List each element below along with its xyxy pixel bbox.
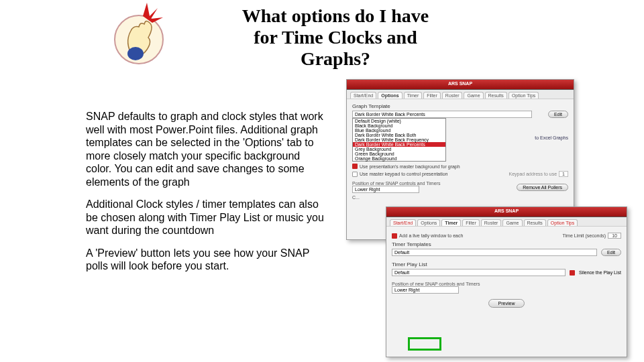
- page-title: What options do I have for Time Clocks a…: [228, 5, 443, 70]
- preview-button[interactable]: Preview: [488, 299, 525, 308]
- edit-button[interactable]: Edit: [548, 111, 568, 118]
- list-item[interactable]: Orange Background: [353, 156, 445, 161]
- edit-button[interactable]: Edit: [601, 249, 621, 256]
- window-title: ARS SNAP: [448, 81, 472, 86]
- list-item[interactable]: Default Design (white): [353, 119, 445, 123]
- position-label: Position of new SNAP controls and Timers: [352, 181, 440, 186]
- master-keypad-checkbox[interactable]: [352, 172, 358, 177]
- position-label: Position of new SNAP controls and Timers: [392, 282, 621, 286]
- timelimit-label: Time Limit (seconds): [563, 233, 606, 238]
- tab-roster[interactable]: Roster: [481, 219, 502, 226]
- use-master-bg-checkbox[interactable]: [352, 164, 358, 169]
- tab-optiontips[interactable]: Option Tips: [508, 92, 539, 99]
- paragraph-3: A 'Preview' button lets you see how your…: [86, 247, 327, 273]
- tab-startend[interactable]: Start/End: [350, 92, 376, 99]
- live-tally-label: Add a live tally window to each: [399, 233, 463, 238]
- window-title: ARS SNAP: [494, 208, 519, 213]
- tab-optiontips[interactable]: Option Tips: [547, 219, 578, 226]
- keypad-address-field[interactable]: 1: [559, 171, 568, 177]
- list-item[interactable]: Dark Border White Back Both: [353, 133, 445, 137]
- paragraph-2: Additional Clock styles / timer template…: [86, 198, 327, 237]
- tab-timer[interactable]: Timer: [441, 219, 461, 226]
- list-item[interactable]: Black Background: [353, 123, 445, 128]
- keypad-address-label: Keypad address to use: [508, 172, 557, 176]
- list-item[interactable]: Green Background: [353, 152, 445, 156]
- export-excel-link[interactable]: to Excel Graphs: [535, 135, 568, 140]
- timer-window: ARS SNAP Start/End Options Timer Filter …: [386, 206, 627, 357]
- highlight-box: [408, 337, 441, 351]
- tab-options[interactable]: Options: [417, 219, 440, 226]
- tab-results[interactable]: Results: [524, 219, 546, 226]
- tab-options[interactable]: Options: [378, 92, 402, 99]
- remove-pollers-button[interactable]: Remove All Pollers: [517, 184, 568, 191]
- tab-results[interactable]: Results: [485, 92, 507, 99]
- timer-template-combo[interactable]: Default: [392, 249, 597, 256]
- tab-game[interactable]: Game: [502, 219, 522, 226]
- list-item[interactable]: Blue Background: [353, 128, 445, 133]
- use-master-bg-label: Use presentation's master background for…: [360, 164, 460, 169]
- timer-playlist-label: Timer Play List: [392, 261, 621, 267]
- paragraph-1: SNAP defaults to graph and clock styles …: [86, 110, 327, 188]
- tab-roster[interactable]: Roster: [442, 92, 463, 99]
- body-text: SNAP defaults to graph and clock styles …: [86, 110, 327, 282]
- tab-filter[interactable]: Filter: [462, 219, 480, 226]
- svg-point-1: [127, 47, 144, 60]
- tab-bar: Start/End Options Timer Filter Roster Ga…: [386, 217, 627, 227]
- list-item[interactable]: Dark Border White Back Percents: [353, 142, 445, 147]
- window-titlebar: ARS SNAP: [347, 80, 574, 90]
- truncated-section-label: C...: [352, 195, 568, 200]
- position-dropdown[interactable]: Lower Right: [392, 286, 459, 294]
- silence-playlist-checkbox[interactable]: [570, 270, 575, 276]
- tab-game[interactable]: Game: [464, 92, 483, 99]
- list-item[interactable]: Dark Border White Back Frequency: [353, 137, 445, 142]
- silence-playlist-label: Silence the Play List: [579, 270, 621, 275]
- timelimit-field[interactable]: 10: [608, 233, 621, 239]
- master-keypad-label: Use master keypad to control presentatio…: [360, 172, 448, 176]
- snap-icon: [111, 3, 168, 69]
- list-item[interactable]: Grey Background: [353, 147, 445, 152]
- graph-template-label: Graph Template: [352, 103, 568, 109]
- tab-filter[interactable]: Filter: [423, 92, 441, 99]
- graph-template-listbox[interactable]: Default Design (white) Black Background …: [352, 118, 446, 162]
- window-titlebar: ARS SNAP: [386, 207, 627, 217]
- tab-timer[interactable]: Timer: [404, 92, 423, 99]
- tab-bar: Start/End Options Timer Filter Roster Ga…: [347, 90, 574, 99]
- tab-startend[interactable]: Start/End: [390, 219, 416, 226]
- timer-templates-label: Timer Templates: [392, 241, 621, 247]
- position-dropdown[interactable]: Lower Right: [352, 186, 419, 193]
- graph-template-combo[interactable]: Dark Border White Back Percents: [352, 111, 532, 118]
- live-tally-checkbox[interactable]: [392, 233, 397, 239]
- timer-playlist-combo[interactable]: Default: [392, 269, 566, 276]
